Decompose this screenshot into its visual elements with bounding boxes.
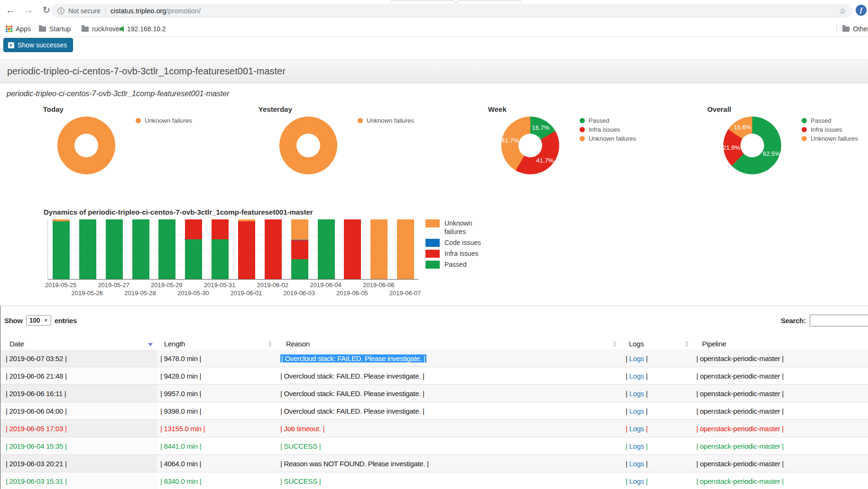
column-header-pipeline[interactable]: Pipeline — [702, 339, 726, 350]
logs-link[interactable]: Logs — [629, 477, 644, 485]
bookmark-apps-label: Apps — [16, 25, 31, 33]
legend-item[interactable]: Unknown failures — [425, 219, 489, 236]
logs-link[interactable]: Logs — [629, 425, 644, 433]
logs-link[interactable]: Logs — [629, 407, 644, 415]
bookmark-ip[interactable]: 192.168.10.2 — [119, 21, 166, 37]
page-length-select[interactable]: 100 ▼ — [26, 315, 51, 326]
sort-both-icon[interactable] — [268, 341, 272, 347]
column-header-logs[interactable]: Logs — [629, 339, 644, 350]
cell-logs: | Logs | — [626, 420, 647, 437]
axis-label: 2019-05-27 — [91, 281, 137, 289]
cell-length: | 9478.0 min | — [160, 350, 201, 367]
legend-item[interactable]: Infra issues — [425, 249, 489, 258]
logs-link[interactable]: Logs — [629, 354, 644, 362]
fedora-profile-icon[interactable]: f — [856, 5, 867, 16]
show-successes-icon — [8, 42, 14, 48]
bar-segment — [397, 219, 414, 279]
logs-link[interactable]: Logs — [629, 372, 644, 380]
dynamics-plot-area — [47, 220, 418, 280]
cell-logs: | Logs | — [626, 385, 647, 402]
bookmark-ip-label: 192.168.10.2 — [127, 25, 166, 33]
legend-label: Unknown failures — [444, 219, 489, 236]
info-icon[interactable]: ⓘ — [57, 7, 65, 16]
column-header-length[interactable]: Length — [164, 339, 185, 350]
axis-label: 2019-06-03 — [277, 290, 322, 297]
folder-icon — [842, 27, 850, 32]
bookmarks-bar: Apps Startup ruck/rover 192.168.10.2 Oth… — [0, 21, 868, 37]
cell-logs: | Logs | — [626, 455, 647, 472]
logs-link[interactable]: Logs — [629, 389, 644, 398]
slice-label: 41.7% — [536, 157, 554, 164]
table-row: | 2019-06-06 04:00 || 9398.0 min || Over… — [0, 402, 868, 420]
legend-item[interactable]: Unknown failures — [358, 116, 414, 125]
dynamics-chart: Dynamics of periodic-tripleo-ci-centos-7… — [0, 205, 868, 299]
bar-2019-06-06 — [370, 219, 388, 279]
legend-label: Passed — [811, 117, 831, 124]
legend-item[interactable]: Unknown failures — [136, 116, 192, 125]
legend-item[interactable]: Unknown failures — [580, 134, 636, 143]
legend-item[interactable]: Passed — [580, 116, 636, 125]
page-subtitle: periodic-tripleo-ci-centos-7-ovb-3ctlr_1… — [7, 90, 230, 98]
cell-pipeline: | openstack-periodic-master | — [696, 385, 784, 402]
table-row: | 2019-06-06 21:48 || 9428.0 min || Over… — [0, 367, 868, 385]
selected-text: | Overcloud stack: FAILED. Please invest… — [280, 354, 426, 362]
donut-legend: Unknown failures — [358, 116, 414, 125]
bar-segment — [291, 259, 308, 279]
sort-desc-icon[interactable] — [148, 343, 153, 346]
logs-link[interactable]: Logs — [629, 460, 644, 468]
column-header-date[interactable]: Date — [9, 339, 24, 350]
bar-segment — [291, 240, 308, 240]
gridline — [48, 265, 419, 265]
axis-label: 2019-05-30 — [170, 290, 216, 297]
legend-item[interactable]: Infra issues — [580, 125, 636, 134]
bookmark-other-folder[interactable]: Other — [842, 21, 868, 37]
cell-pipeline: | openstack-periodic-master | — [696, 472, 784, 489]
axis-label: 2019-06-07 — [382, 290, 428, 297]
bar-segment — [53, 219, 70, 221]
bookmark-apps[interactable]: Apps — [6, 21, 31, 37]
bar-2019-06-01 — [238, 219, 255, 279]
results-table-section: Show 100 ▼ entries Search: Date Length R… — [0, 306, 868, 489]
bar-2019-05-26 — [79, 219, 96, 279]
axis-label: 2019-05-25 — [38, 281, 83, 289]
column-header-reason[interactable]: Reason — [286, 339, 310, 350]
legend-item[interactable]: Passed — [425, 260, 489, 269]
search-input[interactable] — [810, 315, 868, 326]
sort-both-icon[interactable] — [685, 341, 689, 347]
forward-button[interactable]: → — [23, 5, 34, 16]
browser-tab[interactable] — [390, 0, 455, 3]
legend-swatch — [580, 118, 585, 123]
cell-length: | 8441.0 min | — [160, 437, 201, 455]
table-row: | 2019-06-05 17:03 || 13155.0 min || Job… — [0, 420, 868, 437]
show-successes-button[interactable]: Show successes — [3, 38, 73, 52]
sort-both-icon[interactable] — [613, 341, 617, 347]
cell-pipeline: | openstack-periodic-master | — [696, 455, 784, 472]
table-row: | 2019-06-03 15:31 || 8340.0 min || SUCC… — [0, 472, 868, 489]
cell-pipeline: | openstack-periodic-master | — [696, 402, 784, 420]
cell-reason: | Reason was NOT FOUND. Please investiga… — [280, 455, 428, 472]
browser-tab[interactable] — [456, 0, 522, 3]
address-bar[interactable]: ⓘ Not secure cistatus.tripleo.org /promo… — [51, 4, 853, 18]
bookmark-startup[interactable]: Startup — [39, 21, 71, 37]
show-label: Show — [4, 317, 23, 325]
bookmark-ruckrover[interactable]: ruck/rover — [82, 21, 121, 37]
cell-logs: | Logs | — [626, 402, 647, 420]
bookmark-star-icon[interactable]: ☆ — [839, 6, 846, 16]
bar-segment — [212, 219, 229, 239]
url-path: /promotion/ — [166, 7, 201, 15]
legend-item[interactable]: Code issues — [425, 238, 489, 247]
axis-label: 2019-06-05 — [329, 290, 375, 297]
legend-label: Code issues — [444, 238, 489, 247]
legend-item[interactable]: Infra issues — [802, 125, 858, 134]
cell-pipeline: | openstack-periodic-master | — [696, 420, 784, 437]
legend-item[interactable]: Passed — [802, 116, 858, 125]
back-button[interactable]: ← — [5, 5, 16, 16]
legend-item[interactable]: Unknown failures — [802, 134, 858, 143]
bar-2019-06-05 — [344, 219, 361, 279]
bookmark-ruckrover-label: ruck/rover — [92, 25, 121, 33]
logs-link[interactable]: Logs — [629, 442, 644, 450]
folder-icon — [82, 27, 89, 32]
cell-reason: | Overcloud stack: FAILED. Please invest… — [280, 385, 425, 402]
ci-status-dashboard: { "browser": { "security_label": "Not se… — [0, 0, 868, 489]
reload-button[interactable]: ↻ — [41, 4, 52, 16]
